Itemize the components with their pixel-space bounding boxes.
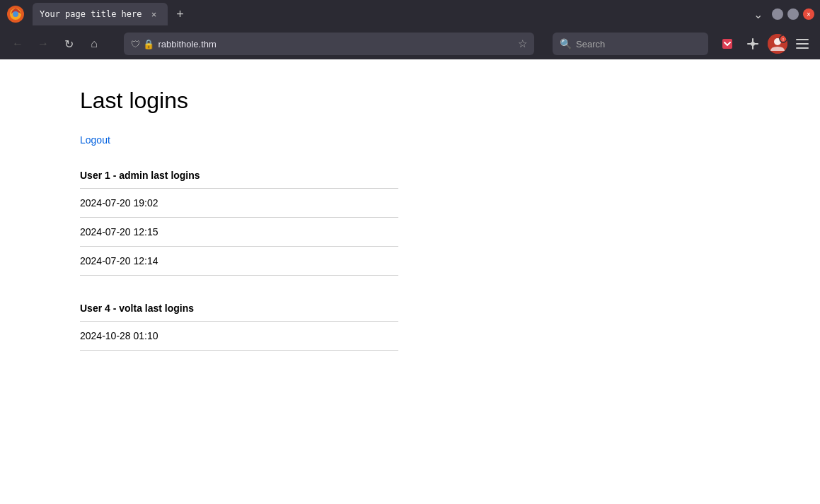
address-security-icons: 🛡 🔒 [131,39,154,49]
menu-button[interactable] [792,33,813,54]
tab-title: Your page title here [40,9,142,19]
svg-text:!: ! [783,37,784,42]
logout-link[interactable]: Logout [80,134,110,146]
login-entry: 2024-07-20 19:02 [80,189,398,218]
tab-bar: Your page title here × + ⌄ × [0,0,820,28]
firefox-logo-icon [6,4,25,24]
nav-bar: ← → ↻ ⌂ 🛡 🔒 rabbithole.thm ☆ 🔍 Search [0,28,820,59]
home-button[interactable]: ⌂ [83,33,105,54]
forward-button[interactable]: → [33,33,54,54]
tab-list-button[interactable]: ⌄ [748,4,768,24]
close-window-button[interactable]: × [803,8,814,20]
svg-rect-9 [796,39,809,40]
address-bar[interactable]: 🛡 🔒 rabbithole.thm ☆ [124,33,534,55]
tab-bar-right: ⌄ × [748,4,814,24]
search-placeholder-text: Search [576,39,605,49]
admin-section-title: User 1 - admin last logins [80,163,398,189]
svg-rect-3 [722,39,732,49]
login-entry: 2024-07-20 12:14 [80,247,398,276]
volta-login-section: User 4 - volta last logins 2024-10-28 01… [80,295,398,351]
shield-icon: 🛡 [131,39,140,49]
admin-login-section: User 1 - admin last logins 2024-07-20 19… [80,163,398,276]
svg-rect-11 [796,47,809,49]
minimize-button[interactable] [772,8,783,20]
new-tab-button[interactable]: + [171,4,190,24]
extensions-button[interactable] [742,33,763,54]
active-tab[interactable]: Your page title here × [33,3,168,25]
toolbar-right: ! [717,33,813,54]
profile-button[interactable]: ! [768,34,787,54]
svg-rect-10 [796,43,809,45]
search-icon: 🔍 [560,38,572,49]
bookmark-star-button[interactable]: ☆ [518,37,527,50]
window-controls: × [772,8,814,20]
address-text: rabbithole.thm [158,39,514,49]
browser-chrome: Your page title here × + ⌄ × ← → ↻ ⌂ 🛡 🔒 [0,0,820,59]
svg-point-4 [751,42,755,46]
back-button[interactable]: ← [7,33,28,54]
page-heading: Last logins [80,88,820,114]
pocket-button[interactable] [717,33,738,54]
login-entry: 2024-10-28 01:10 [80,322,398,351]
page-content: Last logins Logout User 1 - admin last l… [0,59,820,504]
search-bar[interactable]: 🔍 Search [553,33,708,55]
login-entry: 2024-07-20 12:15 [80,218,398,247]
maximize-button[interactable] [787,8,799,20]
svg-point-2 [13,11,18,17]
volta-section-title: User 4 - volta last logins [80,295,398,322]
reload-button[interactable]: ↻ [58,33,79,54]
tab-close-button[interactable]: × [148,8,161,20]
lock-icon: 🔒 [143,39,154,49]
